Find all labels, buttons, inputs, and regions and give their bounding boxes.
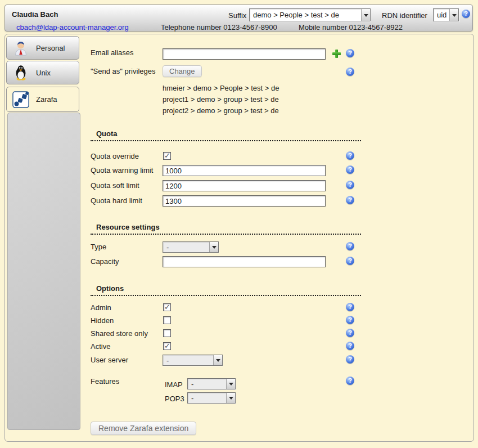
suffix-select-value: demo > People > test > de (253, 11, 339, 19)
tab-label: Personal (36, 44, 65, 52)
chevron-down-icon (209, 242, 218, 252)
shared-store-only-checkbox[interactable] (163, 329, 171, 337)
send-as-label: "Send as" privileges (91, 67, 155, 75)
imap-select-value: - (191, 380, 193, 388)
type-select[interactable]: - (163, 241, 219, 253)
account-header: Claudia Bach Suffix demo > People > test… (4, 5, 473, 32)
help-icon[interactable]: ? (346, 165, 354, 174)
capacity-input[interactable] (163, 256, 326, 267)
chevron-down-icon (449, 9, 458, 21)
help-icon[interactable]: ? (462, 10, 470, 18)
email-link[interactable]: cbach@ldap-account-manager.org (16, 23, 129, 32)
tab-personal[interactable]: Personal (6, 36, 79, 60)
rdn-select-value: uid (437, 11, 447, 19)
section-divider (91, 295, 361, 296)
quota-section-title: Quota (96, 129, 118, 138)
chevron-down-icon (226, 393, 235, 403)
pop3-label: POP3 (165, 395, 184, 403)
resource-section-title: Resource settings (96, 223, 160, 231)
account-name: Claudia Bach (12, 10, 58, 19)
quota-override-label: Quota override (91, 152, 139, 160)
quota-hard-label: Quota hard limit (91, 196, 142, 205)
chevron-down-icon (226, 379, 235, 389)
tab-label: Zarafa (36, 95, 57, 104)
page: { "colors": { "page_bg": "#fcf5d5", "lin… (0, 0, 478, 448)
email-aliases-input[interactable] (163, 48, 326, 60)
pop3-select-value: - (191, 394, 193, 402)
section-divider (91, 234, 361, 235)
sidebar-panel (7, 113, 80, 430)
rdn-identifier-label: RDN identifier (382, 11, 427, 20)
quota-warning-label: Quota warning limit (91, 166, 153, 174)
help-icon[interactable]: ? (346, 316, 354, 324)
send-as-entry: project2 > demo > group > test > de (163, 106, 279, 115)
change-button[interactable]: Change (163, 65, 202, 77)
chevron-down-icon (213, 355, 222, 365)
tab-zarafa[interactable]: Zarafa (6, 87, 79, 112)
options-section-title: Options (96, 284, 124, 293)
help-icon[interactable]: ? (346, 196, 354, 204)
quota-hard-input[interactable] (163, 195, 326, 207)
help-icon[interactable]: ? (346, 49, 354, 57)
tab-content-area: Personal Unix Zarafa Email aliases ? (4, 34, 474, 442)
person-icon (12, 39, 29, 56)
remove-zarafa-extension-button[interactable]: Remove Zarafa extension (91, 422, 196, 435)
zarafa-icon (12, 91, 29, 108)
help-icon[interactable]: ? (346, 257, 354, 265)
help-icon[interactable]: ? (346, 377, 354, 385)
email-aliases-label: Email aliases (91, 48, 134, 57)
rdn-identifier-select[interactable]: uid (433, 8, 459, 21)
help-icon[interactable]: ? (346, 181, 354, 189)
help-icon[interactable]: ? (346, 242, 354, 250)
user-server-label: User server (91, 356, 128, 364)
send-as-entry: project1 > demo > group > test > de (163, 95, 279, 104)
type-select-value: - (166, 243, 169, 252)
quota-soft-input[interactable] (163, 180, 326, 191)
help-icon[interactable]: ? (346, 342, 354, 350)
suffix-label: Suffix (228, 11, 246, 20)
user-server-select-value: - (166, 356, 169, 365)
chevron-down-icon (361, 9, 370, 21)
tux-icon (12, 64, 29, 81)
send-as-entry: hmeier > demo > People > test > de (163, 84, 279, 92)
imap-select[interactable]: - (187, 378, 236, 389)
help-icon[interactable]: ? (346, 303, 354, 311)
active-label: Active (91, 342, 110, 351)
help-icon[interactable]: ? (346, 68, 354, 76)
help-icon[interactable]: ? (346, 355, 354, 364)
active-checkbox[interactable] (163, 342, 171, 350)
pop3-select[interactable]: - (187, 392, 236, 404)
hidden-checkbox[interactable] (163, 316, 171, 324)
tab-label: Unix (36, 69, 51, 77)
admin-checkbox[interactable] (163, 303, 171, 311)
admin-label: Admin (91, 303, 111, 312)
features-label: Features (91, 377, 119, 386)
telephone-number: Telephone number 0123-4567-8900 (161, 23, 277, 32)
add-icon[interactable] (332, 50, 341, 58)
help-icon[interactable]: ? (346, 329, 354, 337)
shared-store-only-label: Shared store only (91, 329, 148, 338)
quota-override-checkbox[interactable] (163, 152, 171, 160)
quota-soft-label: Quota soft limit (91, 181, 139, 190)
section-divider (91, 140, 361, 141)
suffix-select[interactable]: demo > People > test > de (249, 8, 371, 21)
capacity-label: Capacity (91, 257, 119, 266)
hidden-label: Hidden (91, 316, 114, 325)
mobile-number: Mobile number 0123-4567-8922 (299, 23, 403, 32)
user-server-select[interactable]: - (163, 355, 223, 366)
imap-label: IMAP (165, 380, 183, 389)
type-label: Type (91, 243, 106, 251)
quota-warning-input[interactable] (163, 165, 326, 176)
tab-unix[interactable]: Unix (6, 61, 79, 84)
help-icon[interactable]: ? (346, 151, 354, 160)
